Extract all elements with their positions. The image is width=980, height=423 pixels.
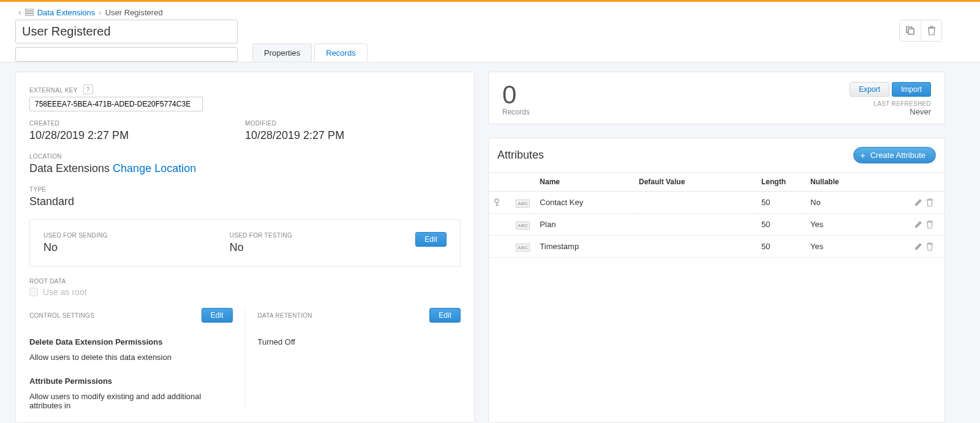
last-refreshed-label: LAST REFRESHED [850, 100, 931, 107]
table-row: ABCPlan50Yes [489, 214, 944, 236]
delete-button[interactable] [921, 20, 941, 41]
data-extension-icon [25, 9, 34, 16]
table-row: ABCContact Key50No [489, 192, 944, 214]
attribute-permissions-desc: Allow users to modify existing and add a… [29, 392, 233, 410]
primary-key-icon [494, 198, 506, 207]
data-retention-label: DATA RETENTION [258, 312, 312, 319]
attr-default [634, 214, 756, 236]
records-panel: 0 Records Export Import LAST REFRESHED N… [488, 72, 945, 124]
svg-point-5 [495, 199, 499, 203]
sending-label: USED FOR SENDING [43, 232, 230, 239]
table-row: ABCTimestamp50Yes [489, 236, 944, 258]
text-type-icon: ABC [516, 200, 530, 208]
attr-length: 50 [756, 192, 805, 214]
breadcrumb-back-icon[interactable]: ‹ [18, 7, 21, 17]
last-refreshed-value: Never [850, 107, 931, 116]
edit-icon[interactable] [914, 198, 922, 207]
records-label: Records [502, 108, 530, 116]
created-label: CREATED [29, 120, 245, 127]
external-key-label: EXTERNAL KEY ? [29, 84, 461, 94]
export-button[interactable]: Export [850, 82, 889, 97]
text-type-icon: ABC [516, 222, 530, 230]
type-label: TYPE [29, 186, 461, 193]
location-label: LOCATION [29, 153, 461, 160]
chevron-left-icon: ‹ [99, 8, 101, 17]
testing-value: No [230, 241, 416, 254]
properties-panel: EXTERNAL KEY ? CREATED 10/28/2019 2:27 P… [15, 72, 475, 423]
edit-data-retention-button[interactable]: Edit [429, 308, 461, 323]
attribute-permissions-heading: Attribute Permissions [29, 376, 233, 386]
plus-icon: + [860, 151, 865, 160]
edit-icon[interactable] [914, 242, 922, 251]
attr-name: Contact Key [535, 192, 634, 214]
svg-rect-1 [25, 11, 34, 13]
text-type-icon: ABC [516, 244, 530, 252]
attr-name: Timestamp [535, 236, 634, 258]
type-value: Standard [29, 195, 461, 208]
testing-label: USED FOR TESTING [230, 232, 416, 239]
help-icon[interactable]: ? [83, 84, 93, 94]
import-button[interactable]: Import [892, 82, 931, 97]
data-retention-value: Turned Off [258, 337, 461, 346]
trash-icon[interactable] [926, 220, 933, 229]
tabs: Properties Records [252, 43, 370, 62]
copy-button[interactable] [900, 20, 921, 41]
edit-control-settings-button[interactable]: Edit [202, 308, 233, 323]
col-nullable: Nullable [805, 173, 910, 192]
breadcrumb-current: User Registered [105, 8, 163, 17]
attr-name: Plan [535, 214, 634, 236]
attributes-panel: Attributes + Create Attribute Name Defau… [488, 138, 945, 423]
delete-permissions-heading: Delete Data Extension Permissions [29, 337, 233, 346]
location-value: Data Extensions Change Location [29, 162, 461, 175]
col-default: Default Value [634, 173, 756, 192]
records-count: 0 [502, 82, 530, 108]
attr-nullable: Yes [805, 214, 910, 236]
modified-value: 10/28/2019 2:27 PM [245, 129, 461, 142]
tab-records[interactable]: Records [314, 43, 367, 62]
attributes-title: Attributes [497, 149, 544, 162]
delete-permissions-desc: Allow users to delete this data extensio… [29, 353, 233, 362]
breadcrumb: ‹ Data Extensions ‹ User Registered [0, 2, 980, 20]
attr-length: 50 [756, 214, 805, 236]
edit-usage-button[interactable]: Edit [415, 232, 447, 247]
attr-default [634, 192, 756, 214]
change-location-link[interactable]: Change Location [113, 162, 196, 174]
edit-icon[interactable] [914, 220, 922, 229]
root-data-label: ROOT DATA [29, 278, 461, 285]
attr-length: 50 [756, 236, 805, 258]
tab-properties[interactable]: Properties [252, 43, 312, 62]
use-as-root-label: Use as root [43, 287, 87, 297]
create-attribute-button[interactable]: + Create Attribute [853, 147, 936, 163]
breadcrumb-parent-link[interactable]: Data Extensions [37, 8, 96, 17]
svg-rect-0 [25, 9, 34, 10]
control-settings-label: CONTROL SETTINGS [29, 312, 94, 319]
use-as-root-checkbox[interactable] [29, 288, 38, 296]
trash-icon[interactable] [926, 198, 933, 207]
attr-default [634, 236, 756, 258]
modified-label: MODIFIED [245, 120, 461, 127]
attributes-table: Name Default Value Length Nullable ABCCo… [489, 173, 944, 258]
svg-rect-2 [25, 14, 34, 16]
col-length: Length [756, 173, 805, 192]
usage-box: USED FOR SENDING No USED FOR TESTING No … [29, 219, 461, 267]
col-name: Name [535, 173, 634, 192]
sending-value: No [43, 241, 230, 254]
name-input[interactable] [15, 20, 238, 43]
external-key-input[interactable] [29, 97, 203, 111]
attr-nullable: No [805, 192, 910, 214]
attr-nullable: Yes [805, 236, 910, 258]
svg-rect-4 [908, 29, 914, 34]
description-input[interactable] [15, 47, 238, 62]
created-value: 10/28/2019 2:27 PM [29, 129, 245, 142]
trash-icon[interactable] [926, 242, 933, 251]
